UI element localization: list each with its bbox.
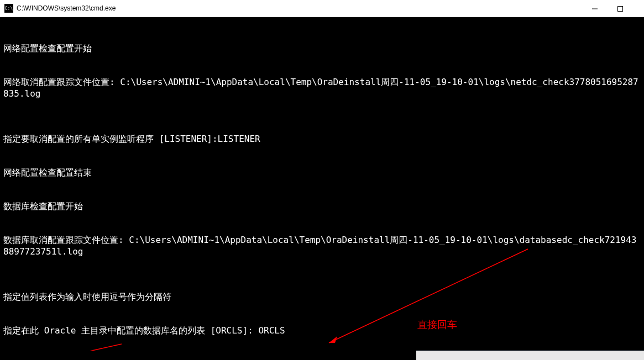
svg-marker-3 — [329, 336, 337, 343]
terminal-line: 数据库检查配置开始 — [3, 200, 641, 212]
bottom-edge — [0, 351, 644, 360]
cmd-icon-label: C:\ — [5, 6, 13, 11]
annotation-text: 直接回车 — [417, 319, 457, 331]
cmd-icon: C:\ — [4, 4, 13, 13]
maximize-button[interactable] — [608, 0, 633, 17]
close-button[interactable] — [633, 0, 644, 17]
terminal-line: 指定在此 Oracle 主目录中配置的数据库名的列表 [ORCLS]: ORCL… — [3, 325, 641, 336]
svg-line-4 — [28, 344, 122, 351]
bottom-light-segment — [416, 351, 644, 360]
svg-rect-1 — [618, 6, 623, 11]
minimize-button[interactable] — [582, 0, 608, 17]
window-title: C:\WINDOWS\system32\cmd.exe — [17, 4, 116, 12]
terminal-line: 网络配置检查配置开始 — [3, 43, 641, 54]
terminal-line: 网络配置检查配置结束 — [3, 167, 641, 178]
terminal-line: 指定值列表作为输入时使用逗号作为分隔符 — [3, 291, 641, 303]
bottom-dark-segment — [0, 351, 416, 360]
terminal-line: 数据库取消配置跟踪文件位置: C:\Users\ADMINI~1\AppData… — [3, 234, 641, 257]
terminal-line: 指定要取消配置的所有单实例监听程序 [LISTENER]:LISTENER — [3, 133, 641, 145]
title-bar: C:\ C:\WINDOWS\system32\cmd.exe — [0, 0, 644, 17]
terminal-line: 网络取消配置跟踪文件位置: C:\Users\ADMINI~1\AppData\… — [3, 76, 641, 99]
terminal-output[interactable]: 网络配置检查配置开始 网络取消配置跟踪文件位置: C:\Users\ADMINI… — [0, 17, 644, 351]
window-controls — [582, 0, 644, 17]
